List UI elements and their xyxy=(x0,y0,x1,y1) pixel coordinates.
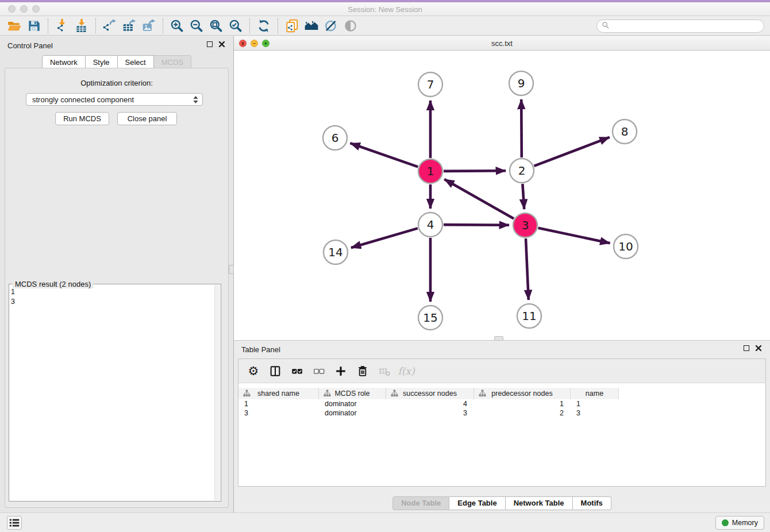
main-toolbar-groups xyxy=(5,17,360,34)
delete-table-icon xyxy=(375,362,394,380)
search-icon xyxy=(602,21,610,32)
function-icon: f(x) xyxy=(397,362,415,380)
cell-successor-nodes: 4 xyxy=(386,400,474,409)
table-toolbar: ⚙f(x) xyxy=(238,359,765,383)
memory-label: Memory xyxy=(732,519,758,527)
toolbar-separator xyxy=(278,18,278,33)
export-network-icon[interactable] xyxy=(100,17,120,34)
status-bar: Memory xyxy=(0,512,770,532)
close-table-panel-icon[interactable] xyxy=(755,345,762,352)
refresh-icon[interactable] xyxy=(254,17,274,34)
node-10[interactable]: 10 xyxy=(614,234,638,259)
import-table-icon[interactable] xyxy=(72,17,91,34)
zoom-fit-icon[interactable] xyxy=(206,17,226,34)
toolbar-separator xyxy=(48,18,48,33)
home-icon[interactable] xyxy=(302,17,321,34)
svg-text:11: 11 xyxy=(522,309,536,323)
edge-2-3[interactable] xyxy=(522,184,524,209)
table-row[interactable]: 1dominator411 xyxy=(238,400,619,409)
result-scrollbar[interactable] xyxy=(214,285,220,500)
zoom-selected-icon[interactable] xyxy=(226,17,245,34)
export-image-icon[interactable] xyxy=(139,17,159,34)
node-3[interactable]: 3 xyxy=(513,213,537,237)
add-row-icon[interactable] xyxy=(332,362,350,380)
dropdown-stepper-icon xyxy=(192,95,199,104)
close-panel-icon[interactable] xyxy=(218,41,225,48)
column-header-predecessor-nodes[interactable]: predecessor nodes xyxy=(474,388,571,399)
vertical-splitter-grip[interactable] xyxy=(229,265,234,274)
toolbar-separator xyxy=(163,18,163,33)
table-panel: Table Panel ⚙f(x) shared nameMCDS rolesu… xyxy=(234,340,770,512)
select-all-icon[interactable] xyxy=(288,362,306,380)
edge-1-2[interactable] xyxy=(444,171,506,171)
node-4[interactable]: 4 xyxy=(418,213,442,237)
edge-4-3[interactable] xyxy=(444,225,509,225)
node-1[interactable]: 1 xyxy=(418,159,442,183)
close-panel-button[interactable]: Close panel xyxy=(117,112,177,125)
column-header-successor-nodes[interactable]: successor nodes xyxy=(386,388,474,399)
edge-2-9[interactable] xyxy=(521,99,522,157)
clone-network-icon[interactable] xyxy=(282,17,302,34)
node-11[interactable]: 11 xyxy=(517,304,541,328)
column-header-name[interactable]: name xyxy=(571,388,619,399)
float-table-panel-icon[interactable] xyxy=(744,345,749,351)
memory-status-dot xyxy=(722,519,729,526)
settings-icon[interactable]: ⚙ xyxy=(244,362,263,380)
float-panel-icon[interactable] xyxy=(207,41,213,47)
network-window-titlebar[interactable]: x – + scc.txt xyxy=(234,36,770,51)
tab-network-table[interactable]: Network Table xyxy=(506,496,573,510)
node-8[interactable]: 8 xyxy=(613,119,637,144)
session-title: Session: New Session xyxy=(0,5,770,14)
node-table: ⚙f(x) shared nameMCDS rolesuccessor node… xyxy=(238,358,766,487)
network-canvas[interactable]: 7968124314101511 xyxy=(234,51,770,340)
run-mcds-button[interactable]: Run MCDS xyxy=(55,112,109,125)
network-view-window: x – + scc.txt 7968124314101511 xyxy=(234,36,770,340)
search-field[interactable] xyxy=(596,20,764,33)
column-header-MCDS-role[interactable]: MCDS role xyxy=(319,388,386,399)
eye-icon[interactable] xyxy=(341,17,360,34)
svg-text:6: 6 xyxy=(332,131,339,145)
cell-successor-nodes: 3 xyxy=(386,409,474,418)
delete-row-icon[interactable] xyxy=(353,362,372,380)
mcds-result-text[interactable]: 1 3 xyxy=(11,287,214,499)
node-7[interactable]: 7 xyxy=(418,72,442,97)
criterion-dropdown[interactable]: strongly connected component xyxy=(26,93,203,106)
tab-node-table[interactable]: Node Table xyxy=(392,496,449,510)
application-window: Session: New Session Control Panel Netwo… xyxy=(0,0,770,532)
zoom-out-icon[interactable] xyxy=(187,17,206,34)
open-file-icon[interactable] xyxy=(5,17,24,34)
columns-icon[interactable] xyxy=(266,362,284,380)
edge-1-6[interactable] xyxy=(350,143,418,167)
tab-edge-table[interactable]: Edge Table xyxy=(449,496,505,510)
column-header-shared-name[interactable]: shared name xyxy=(238,388,319,399)
table-panel-window-icons xyxy=(744,345,762,352)
node-9[interactable]: 9 xyxy=(509,71,533,95)
import-network-icon[interactable] xyxy=(52,17,72,34)
table-row[interactable]: 3dominator323 xyxy=(238,409,619,418)
edge-3-1[interactable] xyxy=(444,179,514,219)
task-history-button[interactable] xyxy=(7,516,22,530)
node-2[interactable]: 2 xyxy=(510,159,534,183)
style-toggle-icon[interactable] xyxy=(321,17,341,34)
tab-motifs[interactable]: Motifs xyxy=(573,496,611,510)
deselect-all-icon[interactable] xyxy=(310,362,328,380)
edge-3-10[interactable] xyxy=(538,228,610,243)
cell-predecessor-nodes: 1 xyxy=(474,400,571,409)
edge-4-14[interactable] xyxy=(351,228,418,248)
memory-button[interactable]: Memory xyxy=(715,516,764,530)
edge-3-11[interactable] xyxy=(526,238,529,300)
svg-text:8: 8 xyxy=(621,125,629,138)
zoom-in-icon[interactable] xyxy=(167,17,187,34)
cell-predecessor-nodes: 2 xyxy=(474,409,571,418)
edge-2-8[interactable] xyxy=(534,137,610,166)
cell-MCDS-role: dominator xyxy=(319,400,386,409)
node-6[interactable]: 6 xyxy=(323,126,347,150)
export-table-icon[interactable] xyxy=(120,17,139,34)
save-session-icon[interactable] xyxy=(24,17,44,34)
node-15[interactable]: 15 xyxy=(418,306,442,330)
node-14[interactable]: 14 xyxy=(324,240,348,264)
svg-text:1: 1 xyxy=(427,164,434,178)
search-input[interactable] xyxy=(610,21,764,32)
toolbar-separator xyxy=(95,18,96,33)
control-panel-window-icons xyxy=(207,41,225,48)
